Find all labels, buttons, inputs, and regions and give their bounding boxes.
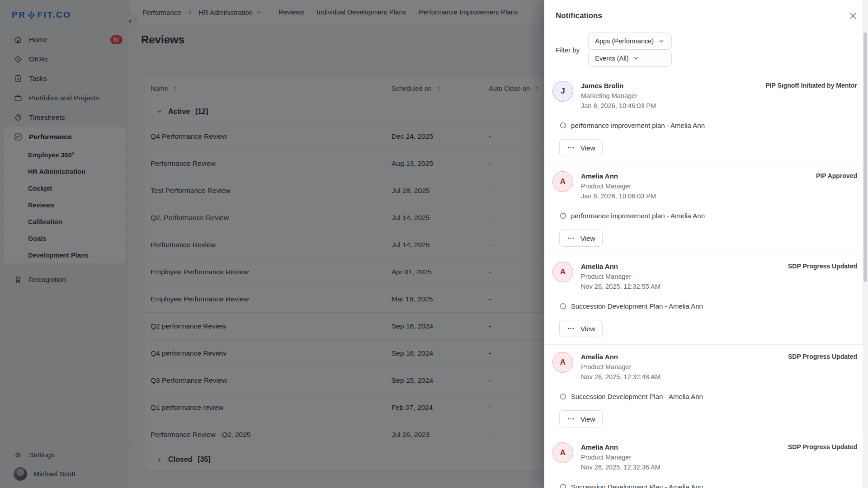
view-button-label: View: [580, 144, 595, 152]
notification-subject: performance improvement plan - Amelia An…: [571, 122, 705, 129]
notification-subject: Succession Development Plan - Amelia Ann: [571, 302, 703, 310]
info-icon: [559, 393, 567, 400]
notification-subject: Succession Development Plan - Amelia Ann: [571, 483, 703, 488]
notification-event-type: SDP Progress Updated: [788, 262, 857, 270]
notification-card: A Amelia Ann Product Manager Nov 26, 202…: [544, 254, 868, 345]
notifications-header: Notifications: [544, 0, 868, 21]
notifications-panel: Notifications Filter by Apps (Performanc…: [544, 0, 868, 488]
notification-sender-name: Amelia Ann: [581, 171, 656, 181]
filter-by-label: Filter by: [556, 46, 580, 54]
close-panel-button[interactable]: [848, 11, 858, 21]
notifications-list: J James Brolin Marketing Manager Jan 8, …: [544, 74, 868, 488]
dots-icon: [567, 144, 575, 152]
chevron-down-icon: [658, 38, 665, 45]
view-button-label: View: [580, 325, 595, 333]
info-icon: [559, 483, 567, 488]
notification-sender-name: James Brolin: [581, 81, 656, 91]
notification-sender-name: Amelia Ann: [581, 262, 660, 272]
avatar: J: [552, 81, 573, 102]
close-icon: [848, 11, 858, 21]
filter-dropdown-label: Apps (Performance): [595, 38, 654, 45]
notification-card: A Amelia Ann Product Manager Nov 26, 202…: [544, 345, 868, 435]
view-button-label: View: [580, 235, 595, 242]
notification-card: J James Brolin Marketing Manager Jan 8, …: [544, 74, 868, 164]
dim-overlay[interactable]: [0, 0, 544, 488]
notification-sender-role: Product Manager: [581, 272, 660, 282]
panel-scrollbar: [863, 0, 868, 488]
view-button[interactable]: View: [559, 320, 603, 337]
notification-sender-name: Amelia Ann: [581, 352, 660, 362]
view-button[interactable]: View: [559, 230, 603, 247]
notification-card: A Amelia Ann Product Manager Jan 8, 2026…: [544, 164, 868, 254]
notification-card: A Amelia Ann Product Manager Nov 26, 202…: [544, 435, 868, 488]
avatar: A: [552, 262, 573, 282]
notification-timestamp: Jan 8, 2026, 10:46:03 PM: [581, 101, 656, 111]
dots-icon: [567, 415, 575, 423]
notification-timestamp: Nov 26, 2025, 12:32:48 AM: [581, 372, 660, 382]
dots-icon: [567, 234, 575, 242]
dots-icon: [567, 324, 575, 333]
notification-sender-role: Product Manager: [581, 181, 656, 191]
notification-timestamp: Jan 8, 2026, 10:06:03 PM: [581, 191, 656, 201]
notification-event-type: SDP Progress Updated: [788, 352, 857, 360]
view-button-label: View: [580, 415, 595, 423]
avatar: A: [552, 442, 573, 463]
notification-event-type: SDP Progress Updated: [788, 442, 857, 450]
notification-subject: Succession Development Plan - Amelia Ann: [571, 393, 703, 400]
app-root: PR FIT.CO Home 81: [0, 0, 868, 488]
avatar: A: [552, 352, 573, 373]
notifications-filter-row: Filter by Apps (Performance) Events (All…: [556, 33, 868, 67]
notification-event-type: PIP Approved: [816, 171, 857, 179]
info-icon: [559, 122, 567, 129]
panel-scrollbar-thumb[interactable]: [863, 33, 867, 282]
notification-timestamp: Nov 26, 2025, 12:32:55 AM: [581, 282, 660, 291]
notification-sender-role: Product Manager: [581, 452, 660, 462]
filter-pills: Apps (Performance) Events (All): [584, 33, 672, 67]
notification-subject: performance improvement plan - Amelia An…: [571, 212, 705, 220]
notification-event-type: PIP Signoff Initiated by Mentor: [765, 81, 857, 89]
notification-sender-name: Amelia Ann: [581, 442, 660, 452]
info-icon: [559, 302, 567, 310]
filter-dropdown-label: Events (All): [595, 55, 628, 62]
view-button[interactable]: View: [559, 139, 603, 156]
notification-sender-role: Marketing Manager: [581, 91, 656, 101]
avatar: A: [552, 171, 573, 192]
notifications-title: Notifications: [556, 11, 602, 20]
info-icon: [559, 212, 567, 220]
filter-dropdown[interactable]: Events (All): [588, 50, 672, 67]
filter-dropdown[interactable]: Apps (Performance): [588, 33, 672, 50]
notification-timestamp: Nov 26, 2025, 12:32:36 AM: [581, 462, 660, 472]
view-button[interactable]: View: [559, 410, 603, 427]
notification-sender-role: Product Manager: [581, 362, 660, 372]
chevron-down-icon: [632, 55, 640, 62]
